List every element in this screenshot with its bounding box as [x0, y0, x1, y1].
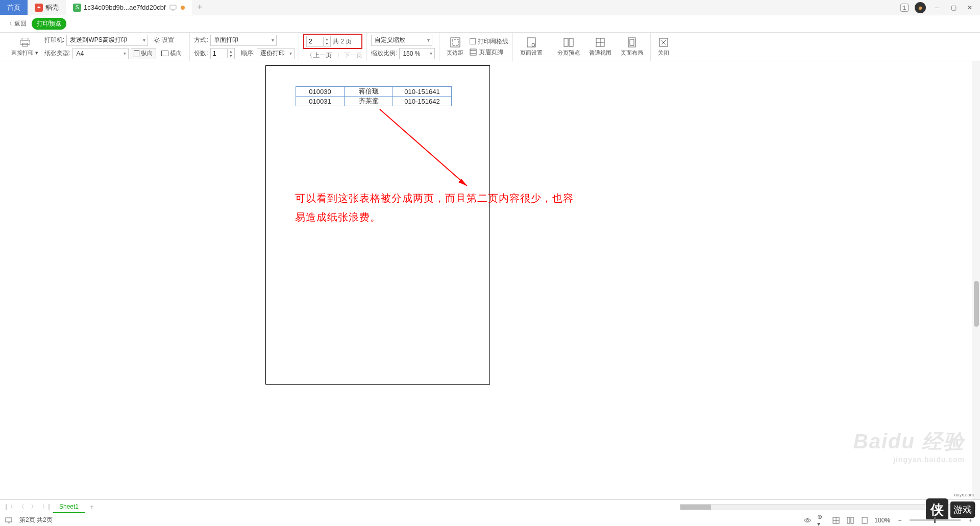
scrollbar-thumb[interactable] — [974, 281, 979, 327]
normal-view-button[interactable]: 普通视图 — [586, 37, 615, 57]
page-number-box: ▲▼ 共 2 页 — [303, 34, 362, 49]
tab-daoke[interactable]: ✦ 稻壳 — [28, 0, 66, 15]
print-toolbar: 直接打印 ▾ 打印机: 发送到WPS高级打印 设置 纸张类型: A4 纵向 — [0, 33, 980, 61]
sheet-prev-button[interactable]: 〈 — [16, 502, 27, 512]
spinner-up-icon[interactable]: ▲ — [228, 49, 234, 54]
zoom-value[interactable]: 100% — [874, 517, 890, 524]
svg-rect-33 — [847, 517, 850, 523]
page-break-preview-button[interactable]: 分页预览 — [554, 37, 583, 57]
margins-button[interactable]: 页边距 — [444, 37, 467, 57]
svg-rect-13 — [527, 38, 535, 47]
svg-rect-7 — [162, 51, 168, 56]
status-icon — [5, 517, 12, 523]
chevron-right-icon: 〉 — [337, 51, 343, 60]
sheet-bar: |〈 〈 〉 〉| Sheet1 + xiayx.com 侠 游戏 — [0, 499, 980, 514]
minimize-button[interactable]: ─ — [932, 3, 942, 13]
view-page-icon[interactable] — [846, 516, 855, 525]
spinner-up-icon[interactable]: ▲ — [324, 37, 330, 41]
svg-rect-3 — [20, 40, 30, 44]
page-setup-button[interactable]: 页面设置 — [517, 37, 546, 57]
zoom-out-button[interactable]: − — [895, 516, 904, 525]
print-preview-badge: 打印预览 — [32, 18, 66, 30]
table-cell: 010030 — [296, 87, 345, 97]
data-table: 010030 蒋倍璁 010-151641 010031 齐莱童 010-151… — [296, 86, 452, 106]
table-cell: 010031 — [296, 97, 345, 106]
close-window-button[interactable]: ✕ — [965, 3, 975, 13]
page-layout-icon — [626, 37, 638, 48]
back-button[interactable]: 〈 返回 — [6, 19, 27, 28]
sheet-tab-sheet1[interactable]: Sheet1 — [53, 501, 85, 513]
page-total-label: 共 2 页 — [333, 37, 352, 46]
prev-page-button[interactable]: 〈上一页 — [306, 51, 332, 60]
view-normal-icon[interactable] — [831, 516, 841, 525]
scrollbar-thumb[interactable] — [680, 505, 711, 510]
page-setup-icon — [526, 37, 537, 48]
print-gridlines-checkbox[interactable]: 打印网格线 — [470, 37, 508, 46]
zoom-in-button[interactable]: + — [966, 516, 975, 525]
tab-bar: 首页 ✦ 稻壳 S 1c34c09bd9b...ae7fdd20cbf + 1 … — [0, 0, 980, 15]
table-row: 010031 齐莱童 010-151642 — [296, 97, 452, 106]
eye-icon[interactable] — [803, 516, 812, 525]
paper-type-select[interactable]: A4 — [72, 48, 129, 59]
mode-select[interactable]: 单面打印 — [210, 35, 277, 46]
zoom-ratio-select[interactable]: 150 % — [399, 48, 435, 59]
monitor-icon — [169, 5, 177, 11]
new-tab-button[interactable]: + — [192, 2, 207, 13]
paper-type-label: 纸张类型: — [44, 49, 70, 58]
next-page-button[interactable]: 〉下一页 — [337, 51, 362, 60]
sheet-first-button[interactable]: |〈 — [4, 502, 14, 512]
copies-input[interactable] — [211, 50, 227, 57]
svg-rect-35 — [862, 517, 867, 523]
spinner-down-icon[interactable]: ▼ — [324, 41, 330, 46]
svg-rect-2 — [22, 38, 28, 40]
zoom-mode-select[interactable]: 自定义缩放 — [371, 35, 432, 46]
printer-select[interactable]: 发送到WPS高级打印 — [66, 35, 148, 46]
header-footer-icon — [470, 49, 477, 56]
table-cell: 蒋倍璁 — [345, 87, 393, 97]
sheet-last-button[interactable]: 〉| — [41, 502, 51, 512]
svg-rect-21 — [630, 39, 634, 45]
tab-home[interactable]: 首页 — [0, 0, 28, 15]
order-label: 顺序: — [241, 49, 255, 58]
return-bar: 〈 返回 打印预览 — [0, 15, 980, 33]
zoom-ratio-label: 缩放比例: — [371, 49, 397, 58]
vertical-scrollbar[interactable] — [972, 61, 980, 499]
page-input[interactable] — [307, 38, 323, 45]
maximize-button[interactable]: ▢ — [948, 3, 959, 13]
spinner-down-icon[interactable]: ▼ — [228, 54, 234, 58]
page-break-icon — [563, 37, 574, 48]
close-preview-button[interactable]: 关闭 — [655, 37, 672, 57]
printer-label: 打印机: — [44, 36, 64, 44]
add-sheet-button[interactable]: + — [87, 504, 97, 511]
direct-print-button[interactable]: 直接打印 ▾ — [8, 37, 41, 57]
baidu-watermark: Baidu 经验 jingyan.baidu.com — [853, 427, 965, 464]
svg-rect-34 — [851, 517, 853, 523]
sheet-next-button[interactable]: 〉 — [29, 502, 39, 512]
order-select[interactable]: 逐份打印 — [257, 48, 295, 59]
svg-rect-15 — [564, 38, 568, 46]
portrait-icon — [134, 50, 139, 57]
view-layout-icon[interactable] — [860, 516, 869, 525]
horizontal-scrollbar[interactable] — [680, 504, 976, 510]
page-layout-button[interactable]: 页面布局 — [618, 37, 646, 57]
titlebar-badge[interactable]: 1 — [900, 4, 909, 12]
user-avatar[interactable]: ☻ — [915, 2, 926, 13]
table-row: 010030 蒋倍璁 010-151641 — [296, 87, 452, 97]
zoom-slider[interactable] — [910, 519, 961, 521]
portrait-button[interactable]: 纵向 — [131, 48, 156, 59]
checkbox-icon — [470, 38, 476, 44]
svg-rect-27 — [6, 518, 12, 522]
unsaved-indicator-icon — [181, 6, 185, 10]
svg-point-5 — [156, 39, 158, 41]
center-icon[interactable]: ⊕ ▾ — [817, 516, 826, 525]
tab-file[interactable]: S 1c34c09bd9b...ae7fdd20cbf — [66, 0, 192, 15]
landscape-button[interactable]: 横向 — [158, 48, 185, 59]
svg-rect-10 — [470, 49, 476, 55]
mode-label: 方式: — [194, 36, 208, 44]
header-footer-button[interactable]: 页眉页脚 — [470, 48, 508, 57]
grid-icon — [595, 37, 606, 48]
settings-button[interactable]: 设置 — [150, 35, 177, 46]
page-spinner[interactable]: ▲▼ — [306, 36, 331, 47]
copies-spinner[interactable]: ▲▼ — [210, 48, 235, 59]
table-cell: 010-151642 — [393, 97, 452, 106]
